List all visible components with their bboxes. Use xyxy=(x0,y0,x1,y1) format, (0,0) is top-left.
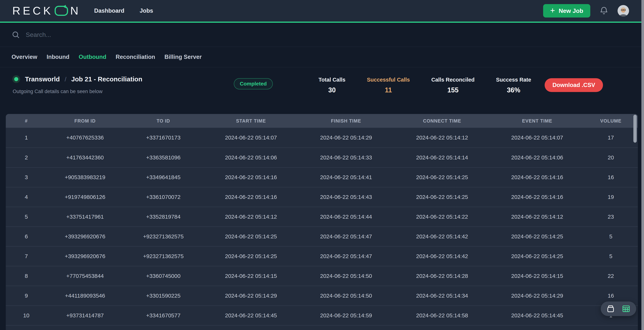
cell-to-id: +3349641845 xyxy=(123,174,204,180)
cell-index: 10 xyxy=(6,312,47,319)
cell-connect-time: 2024-06-22 05:14:28 xyxy=(394,273,490,279)
cell-to-id: +3352819784 xyxy=(123,214,204,220)
cell-start-time: 2024-06-22 05:14:06 xyxy=(204,154,298,161)
cell-connect-time: 2024-06-22 05:14:25 xyxy=(394,174,490,180)
cell-start-time: 2024-06-22 05:14:16 xyxy=(204,194,298,200)
cell-start-time: 2024-06-22 05:14:25 xyxy=(204,253,298,259)
brand-logo[interactable]: RECK N xyxy=(12,4,81,17)
cell-from-id: +393296920676 xyxy=(47,233,123,240)
cell-from-id: +33751417961 xyxy=(47,214,123,220)
cell-finish-time: 2024-06-22 05:14:50 xyxy=(298,273,394,279)
cell-index: 9 xyxy=(6,293,47,299)
cell-from-id: +93731414787 xyxy=(47,312,123,319)
cell-finish-time: 2024-06-22 05:14:47 xyxy=(298,233,394,240)
cell-event-time: 2024-06-22 05:14:29 xyxy=(490,293,584,299)
table-view-button[interactable] xyxy=(622,305,630,313)
cell-from-id: +41763442360 xyxy=(47,154,123,161)
brand-logo-text-right: N xyxy=(70,5,81,16)
archive-box-icon xyxy=(606,305,615,313)
search-input[interactable] xyxy=(25,31,250,38)
tab-overview[interactable]: Overview xyxy=(12,54,37,60)
calls-table: # FROM ID TO ID START TIME FINISH TIME C… xyxy=(6,114,638,330)
cell-finish-time: 2024-06-22 05:14:29 xyxy=(298,135,394,141)
table-row: 6 +393296920676 +923271362575 2024-06-22… xyxy=(6,226,638,246)
table-header-row: # FROM ID TO ID START TIME FINISH TIME C… xyxy=(6,114,638,128)
stats-row: Total Calls 30 Successful Calls 11 Calls… xyxy=(318,77,531,94)
window-scrollbar[interactable] xyxy=(642,0,644,330)
cell-to-id: +3360745000 xyxy=(123,273,204,279)
cell-volume: 17 xyxy=(584,135,638,141)
view-toggle-pill xyxy=(601,302,636,316)
cell-to-id: +3371670173 xyxy=(123,135,204,141)
cell-finish-time: 2024-06-22 05:14:47 xyxy=(298,253,394,259)
cell-start-time: 2024-06-22 05:14:16 xyxy=(204,174,298,180)
cell-connect-time: 2024-06-22 05:14:42 xyxy=(394,233,490,240)
app-window: RECK N Dashboard Jobs + New Job xyxy=(0,0,644,330)
search-icon xyxy=(12,30,20,39)
cell-to-id: +3361070072 xyxy=(123,194,204,200)
topbar-actions: + New Job xyxy=(543,4,629,17)
nav-item-jobs[interactable]: Jobs xyxy=(140,7,153,14)
column-header-connect-time: CONNECT TIME xyxy=(394,118,490,124)
cell-start-time: 2024-06-22 05:14:29 xyxy=(204,293,298,299)
cell-finish-time: 2024-06-22 05:14:44 xyxy=(298,214,394,220)
page-title: Job 21 - Reconciliation xyxy=(71,75,142,83)
table-scrollbar-thumb[interactable] xyxy=(633,115,637,143)
status-dot-icon xyxy=(12,75,20,83)
table-row: 5 +33751417961 +3352819784 2024-06-22 05… xyxy=(6,207,638,226)
tab-outbound[interactable]: Outbound xyxy=(79,54,106,60)
table-row: 2 +41763442360 +3363581096 2024-06-22 05… xyxy=(6,148,638,167)
cell-start-time: 2024-06-22 05:14:25 xyxy=(204,233,298,240)
column-header-from-id: FROM ID xyxy=(47,118,123,124)
plus-icon: + xyxy=(550,6,555,14)
cell-finish-time: 2024-06-22 05:14:50 xyxy=(298,293,394,299)
cell-start-time: 2024-06-22 05:14:07 xyxy=(204,135,298,141)
table-row xyxy=(6,325,638,330)
cell-connect-time: 2024-06-22 05:14:14 xyxy=(394,154,490,161)
cell-index: 1 xyxy=(6,135,47,141)
cell-connect-time: 2024-06-22 05:14:25 xyxy=(394,194,490,200)
stat-successful-calls: Successful Calls 11 xyxy=(367,77,410,94)
cell-from-id: +393296920676 xyxy=(47,253,123,259)
cell-event-time: 2024-06-22 05:14:12 xyxy=(490,214,584,220)
cell-event-time: 2024-06-22 05:14:45 xyxy=(490,312,584,319)
tab-reconciliation[interactable]: Reconciliation xyxy=(116,54,155,60)
status-badge: Completed xyxy=(234,78,273,89)
table-grid-icon xyxy=(622,305,630,313)
table-row: 7 +393296920676 +923271362575 2024-06-22… xyxy=(6,246,638,266)
tab-inbound[interactable]: Inbound xyxy=(46,54,69,60)
cell-start-time: 2024-06-22 05:14:45 xyxy=(204,312,298,319)
column-header-to-id: TO ID xyxy=(123,118,204,124)
cell-to-id: +3363581096 xyxy=(123,154,204,161)
brand-logo-text-left: RECK xyxy=(12,5,53,16)
download-csv-button[interactable]: Download .CSV xyxy=(544,78,603,92)
cell-volume: 20 xyxy=(584,154,638,161)
table-row: 10 +93731414787 +3341670577 2024-06-22 0… xyxy=(6,306,638,325)
cell-connect-time: 2024-06-22 05:14:58 xyxy=(394,312,490,319)
cell-finish-time: 2024-06-22 05:14:41 xyxy=(298,174,394,180)
cell-finish-time: 2024-06-22 05:14:43 xyxy=(298,194,394,200)
column-header-finish-time: FINISH TIME xyxy=(298,118,394,124)
card-view-button[interactable] xyxy=(606,305,615,313)
column-header-volume: VOLUME xyxy=(584,118,638,124)
stat-total-calls: Total Calls 30 xyxy=(318,77,346,94)
tab-billing-server[interactable]: Billing Server xyxy=(164,54,202,60)
breadcrumb-client[interactable]: Transworld xyxy=(25,75,60,83)
column-header-start-time: START TIME xyxy=(204,118,298,124)
table-row: 1 +40767625336 +3371670173 2024-06-22 05… xyxy=(6,128,638,148)
bell-icon[interactable] xyxy=(599,6,608,15)
cell-event-time: 2024-06-22 05:14:15 xyxy=(490,273,584,279)
cell-from-id: +40767625336 xyxy=(47,135,123,141)
top-navigation: Dashboard Jobs xyxy=(94,7,153,14)
loop-arrow-icon xyxy=(54,4,69,17)
cell-event-time: 2024-06-22 05:14:06 xyxy=(490,154,584,161)
cell-from-id: +905383983219 xyxy=(47,174,123,180)
nav-item-dashboard[interactable]: Dashboard xyxy=(94,7,124,14)
cell-event-time: 2024-06-22 05:14:25 xyxy=(490,253,584,259)
user-avatar[interactable] xyxy=(618,5,629,16)
new-job-button[interactable]: + New Job xyxy=(543,4,590,17)
cell-event-time: 2024-06-22 05:14:16 xyxy=(490,194,584,200)
cell-to-id: +923271362575 xyxy=(123,253,204,259)
job-header: Transworld / Job 21 - Reconciliation Out… xyxy=(0,67,644,113)
cell-volume: 23 xyxy=(584,214,638,220)
